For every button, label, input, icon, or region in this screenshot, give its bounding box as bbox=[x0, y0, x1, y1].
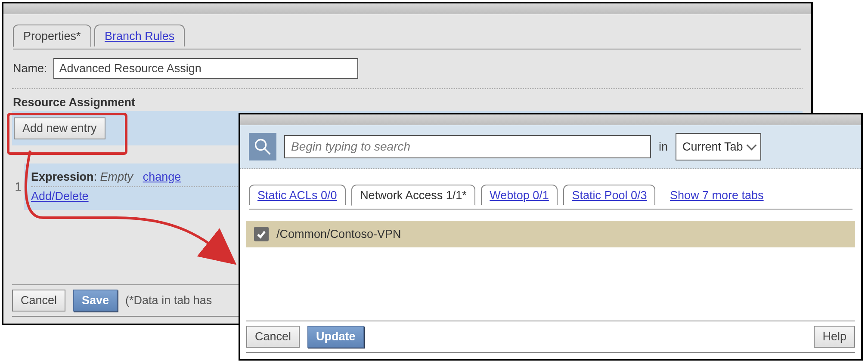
tab-properties[interactable]: Properties* bbox=[13, 25, 91, 47]
separator bbox=[12, 88, 803, 89]
resource-picker-panel: in Current Tab Static ACLs 0/0 Network A… bbox=[239, 113, 863, 361]
resource-assignment-title: Resource Assignment bbox=[13, 96, 811, 109]
search-input[interactable] bbox=[284, 135, 651, 158]
row-index: 1 bbox=[12, 163, 24, 210]
expression-label: Expression bbox=[31, 170, 94, 183]
tab-static-pool[interactable]: Static Pool 0/3 bbox=[563, 185, 655, 205]
resource-item-label: /Common/Contoso-VPN bbox=[276, 228, 401, 241]
help-button[interactable]: Help bbox=[814, 326, 855, 348]
in-label: in bbox=[659, 140, 668, 154]
expression-value: Empty bbox=[100, 170, 133, 183]
unsaved-note: (*Data in tab has bbox=[125, 294, 212, 307]
resource-tabs: Static ACLs 0/0 Network Access 1/1* Webt… bbox=[249, 185, 852, 210]
search-bar: in Current Tab bbox=[240, 125, 861, 169]
cancel-button[interactable]: Cancel bbox=[12, 290, 65, 312]
tab-static-pool-link[interactable]: Static Pool 0/3 bbox=[572, 189, 647, 202]
main-tabs: Properties* Branch Rules bbox=[13, 25, 811, 49]
tab-underline bbox=[249, 209, 852, 210]
tab-webtop-link[interactable]: Webtop 0/1 bbox=[490, 189, 549, 202]
checkmark-icon bbox=[256, 229, 267, 239]
show-more-tabs-link[interactable]: Show 7 more tabs bbox=[670, 189, 764, 202]
name-row: Name: bbox=[13, 58, 811, 79]
update-button[interactable]: Update bbox=[307, 326, 364, 348]
name-label: Name: bbox=[13, 62, 47, 75]
cancel-button[interactable]: Cancel bbox=[246, 326, 300, 348]
svg-point-0 bbox=[256, 140, 266, 150]
search-scope-select[interactable]: Current Tab bbox=[676, 133, 761, 160]
resource-checkbox[interactable] bbox=[254, 227, 269, 241]
tab-branch-rules[interactable]: Branch Rules bbox=[94, 25, 185, 46]
tab-static-acls[interactable]: Static ACLs 0/0 bbox=[249, 185, 346, 205]
tab-webtop[interactable]: Webtop 0/1 bbox=[481, 185, 558, 205]
titlebar bbox=[3, 3, 811, 14]
name-input[interactable] bbox=[53, 58, 358, 79]
tab-underline bbox=[13, 49, 801, 49]
tab-branch-rules-link[interactable]: Branch Rules bbox=[105, 30, 174, 43]
add-new-entry-button[interactable]: Add new entry bbox=[14, 117, 105, 139]
svg-line-1 bbox=[264, 148, 270, 154]
tab-network-access[interactable]: Network Access 1/1* bbox=[351, 185, 475, 206]
search-icon bbox=[249, 133, 276, 160]
change-link[interactable]: change bbox=[143, 170, 181, 183]
tab-static-acls-link[interactable]: Static ACLs 0/0 bbox=[257, 189, 337, 202]
resource-item-row: /Common/Contoso-VPN bbox=[246, 221, 855, 247]
save-button[interactable]: Save bbox=[73, 290, 118, 312]
titlebar bbox=[240, 114, 861, 125]
add-delete-link[interactable]: Add/Delete bbox=[31, 190, 89, 203]
bottom-bar-right: Cancel Update Help bbox=[246, 321, 855, 353]
